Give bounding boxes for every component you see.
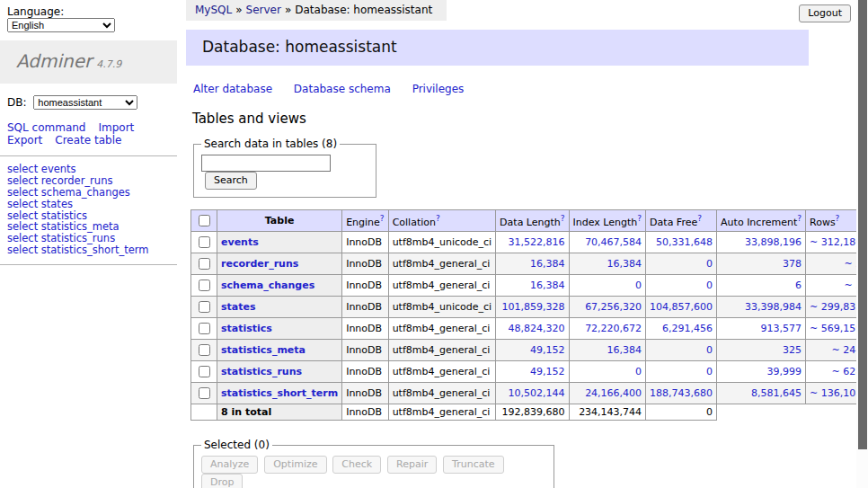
repair-button[interactable]: Repair [387, 456, 437, 474]
optimize-button[interactable]: Optimize [264, 456, 326, 474]
search-input[interactable] [201, 155, 331, 172]
data-free-link[interactable]: 50,331,648 [656, 236, 713, 248]
data-length-cell: 16,384 [496, 275, 569, 297]
sidebar-select-link[interactable]: select recorder_runs [7, 175, 170, 187]
data-length-link[interactable]: 31,522,816 [509, 236, 565, 248]
data-free-link[interactable]: 6,291,456 [662, 323, 713, 334]
collation-cell: utf8mb4_general_ci [388, 383, 495, 404]
index-length-link[interactable]: 70,467,584 [585, 236, 642, 248]
logout-button[interactable]: Logout [799, 4, 851, 22]
data-length-cell: 49,152 [496, 361, 569, 383]
sidebar-link-create-table[interactable]: Create table [55, 134, 121, 146]
index-length-link[interactable]: 67,256,320 [585, 301, 642, 313]
auto-increment-link[interactable]: 33,398,984 [745, 301, 802, 313]
db-select[interactable]: homeassistant [33, 95, 137, 110]
table-name-cell: statistics_runs [217, 361, 342, 383]
language-select[interactable]: English [7, 18, 115, 32]
index-length-link[interactable]: 0 [635, 366, 642, 377]
breadcrumb-mysql-link[interactable]: MySQL [195, 4, 232, 16]
auto-increment-link[interactable]: 913,577 [761, 323, 802, 334]
table-name-link[interactable]: states [221, 301, 256, 313]
index-length-link[interactable]: 0 [635, 279, 642, 291]
rows-link[interactable]: ~ 136,108 [810, 387, 862, 399]
auto-increment-link[interactable]: 33,898,196 [745, 236, 802, 248]
rows-link[interactable]: ~ 312,180 [810, 236, 862, 248]
data-length-hint-link[interactable]: ? [561, 214, 565, 223]
db-selector-row: DB: homeassistant [0, 84, 177, 110]
auto-increment-link[interactable]: 6 [795, 279, 802, 291]
database-action-links: Alter database Database schema Privilege… [193, 83, 856, 95]
header-index-length: Index Length? [569, 210, 646, 232]
row-checkbox[interactable] [199, 279, 210, 291]
auto-increment-link[interactable]: 378 [783, 258, 802, 270]
data-length-link[interactable]: 49,152 [530, 344, 565, 356]
sidebar-link-import[interactable]: Import [98, 121, 134, 134]
table-name-link[interactable]: events [221, 236, 259, 248]
check-button[interactable]: Check [332, 456, 381, 474]
index-length-hint-link[interactable]: ? [637, 214, 642, 223]
collation-hint-link[interactable]: ? [436, 214, 440, 223]
data-free-link[interactable]: 0 [706, 366, 713, 377]
auto-increment-hint-link[interactable]: ? [797, 214, 802, 223]
data-free-link[interactable]: 188,743,680 [650, 387, 713, 399]
index-length-link[interactable]: 16,384 [607, 258, 642, 270]
select-all-checkbox[interactable] [199, 215, 210, 226]
data-free-link[interactable]: 0 [706, 279, 713, 291]
data-length-link[interactable]: 16,384 [530, 279, 565, 291]
sidebar-select-link[interactable]: select schema_changes [7, 187, 170, 199]
table-name-link[interactable]: statistics_short_term [221, 387, 338, 399]
data-free-link[interactable]: 0 [706, 344, 713, 356]
app-name[interactable]: Adminer [16, 50, 92, 72]
sidebar-select-link[interactable]: select statistics_short_term [7, 244, 170, 256]
table-name-link[interactable]: statistics_meta [221, 344, 306, 356]
data-length-link[interactable]: 16,384 [530, 258, 565, 270]
row-checkbox[interactable] [199, 258, 210, 270]
sidebar-link-export[interactable]: Export [7, 134, 42, 146]
vertical-scrollbar[interactable] [856, 0, 868, 488]
table-name-link[interactable]: recorder_runs [221, 258, 298, 270]
sidebar-link-sql-command[interactable]: SQL command [7, 121, 85, 134]
data-free-cell: 6,291,456 [646, 318, 717, 340]
table-name-link[interactable]: schema_changes [221, 279, 314, 291]
row-checkbox[interactable] [199, 366, 210, 377]
analyze-button[interactable]: Analyze [201, 456, 258, 474]
data-free-link[interactable]: 0 [706, 258, 713, 270]
row-checkbox[interactable] [199, 344, 210, 356]
rows-hint-link[interactable]: ? [836, 214, 840, 223]
row-checkbox[interactable] [199, 323, 210, 334]
privileges-link[interactable]: Privileges [412, 83, 465, 95]
auto-increment-link[interactable]: 39,999 [767, 366, 802, 377]
row-checkbox[interactable] [199, 387, 210, 399]
table-name-link[interactable]: statistics [221, 323, 272, 334]
truncate-button[interactable]: Truncate [443, 456, 503, 474]
row-checkbox[interactable] [199, 236, 210, 248]
data-free-hint-link[interactable]: ? [697, 214, 702, 223]
drop-button[interactable]: Drop [201, 474, 243, 488]
index-length-link[interactable]: 72,220,672 [585, 323, 642, 334]
breadcrumb-server-link[interactable]: Server [246, 4, 281, 16]
rows-link[interactable]: ~ 299,833 [810, 301, 862, 313]
row-checkbox[interactable] [199, 301, 210, 313]
database-schema-link[interactable]: Database schema [294, 83, 391, 95]
engine-hint-link[interactable]: ? [380, 214, 385, 223]
row-checkbox-cell [191, 340, 217, 361]
index-length-cell: 16,384 [569, 253, 646, 275]
scrollbar-thumb[interactable] [858, 0, 867, 449]
auto-increment-link[interactable]: 325 [783, 344, 802, 356]
data-length-link[interactable]: 101,859,328 [502, 301, 565, 313]
app-version[interactable]: 4.7.9 [96, 58, 121, 70]
data-length-link[interactable]: 10,502,144 [509, 387, 565, 399]
data-free-link[interactable]: 104,857,600 [650, 301, 713, 313]
sidebar-select-link[interactable]: select statistics_runs [7, 233, 170, 244]
alter-database-link[interactable]: Alter database [193, 83, 272, 95]
data-length-link[interactable]: 48,824,320 [509, 323, 565, 334]
index-length-link[interactable]: 24,166,400 [585, 387, 642, 399]
total-data-length: 192,839,680 [496, 404, 569, 421]
sidebar-select-link[interactable]: select states [7, 199, 170, 210]
rows-link[interactable]: ~ 569,159 [810, 323, 862, 334]
index-length-link[interactable]: 16,384 [607, 344, 642, 356]
data-length-link[interactable]: 49,152 [530, 366, 565, 377]
search-button[interactable]: Search [205, 172, 257, 190]
auto-increment-link[interactable]: 8,581,645 [751, 387, 802, 399]
table-name-link[interactable]: statistics_runs [221, 366, 302, 377]
